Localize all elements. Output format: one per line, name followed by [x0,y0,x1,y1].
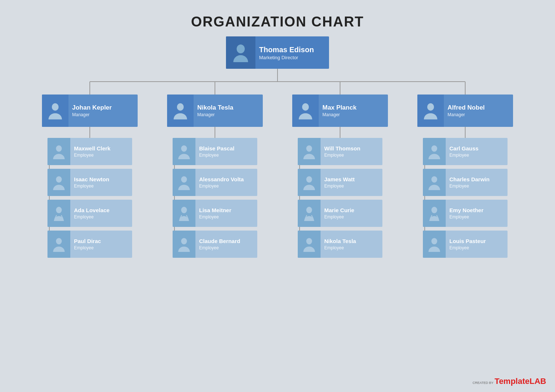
employee-node[interactable]: Ada Lovelace Employee [47,200,132,227]
employee-role: Employee [199,245,240,250]
employee-name: Carl Gauss [449,145,478,152]
svg-point-53 [306,238,312,244]
manager-col-0: Johan Kepler Manager Maxwell Clerk Emplo… [27,95,152,258]
employee-role: Employee [199,153,234,158]
svg-point-57 [431,207,437,213]
svg-point-49 [302,103,309,111]
employee-node[interactable]: Lisa Meitner Employee [173,200,257,227]
employee-role: Employee [449,153,478,158]
manager-name: Nikola Tesla [197,104,233,111]
manager-col-1: Nikola Tesla Manager Blaise Pascal Emplo… [152,95,278,258]
employee-role: Employee [74,214,110,220]
employee-avatar [47,231,70,258]
employee-name: Louis Pasteur [449,238,486,245]
employee-name: Maxwell Clerk [74,145,110,152]
employee-avatar [47,169,70,196]
employee-role: Employee [324,214,354,220]
employee-name: Marie Curie [324,207,354,214]
svg-point-51 [306,176,312,182]
employee-node[interactable]: Maxwell Clerk Employee [47,138,132,165]
employee-name: Claude Bernard [199,238,240,245]
employee-node[interactable]: Carl Gauss Employee [423,138,508,165]
employee-role: Employee [199,214,231,220]
employee-node[interactable]: Claude Bernard Employee [173,231,257,258]
employee-avatar [423,231,446,258]
employee-role: Employee [449,245,486,250]
employee-name: Blaise Pascal [199,145,234,152]
manager-col-3: Alfred Nobel Manager Carl Gauss Employee… [403,95,528,258]
svg-point-54 [427,103,434,111]
svg-point-43 [56,238,62,244]
employee-name: Lisa Meitner [199,207,231,214]
svg-point-41 [56,176,62,182]
employee-name: Nikola Tesla [324,238,356,245]
manager-name: Alfred Nobel [448,104,485,111]
employee-avatar [47,138,70,165]
manager-role: Manager [322,112,357,117]
chart-title: ORGANIZATION CHART [191,0,364,36]
employee-name: Paul Dirac [74,238,101,245]
employee-list-0: Maxwell Clerk Employee Isaac Newton Empl… [47,138,132,258]
employee-avatar [173,231,195,258]
employee-node[interactable]: Marie Curie Employee [298,200,382,227]
top-role: Marketing Director [259,55,314,60]
employee-list-3: Carl Gauss Employee Charles Darwin Emplo… [423,138,508,258]
employee-node[interactable]: Isaac Newton Employee [47,169,132,196]
svg-point-46 [181,176,187,182]
employee-avatar [173,169,195,196]
employee-node[interactable]: Paul Dirac Employee [47,231,132,258]
svg-point-50 [306,145,312,152]
employee-avatar [173,200,195,227]
employee-node[interactable]: Will Thomson Employee [298,138,382,165]
watermark: CREATED BY TemplateLAB [473,377,546,386]
watermark-brand: TemplateLAB [495,377,546,386]
manager-avatar [167,95,194,127]
svg-point-56 [431,176,437,182]
employee-avatar [173,138,195,165]
manager-role: Manager [197,112,233,117]
svg-point-44 [177,103,184,111]
svg-point-45 [181,145,187,152]
employee-avatar [47,200,70,227]
employee-node[interactable]: Alessandro Volta Employee [173,169,257,196]
employee-avatar [298,231,321,258]
employee-node[interactable]: James Watt Employee [298,169,382,196]
employee-role: Employee [74,153,110,158]
manager-name: Johan Kepler [72,104,112,111]
employee-role: Employee [449,214,484,220]
manager-node[interactable]: Alfred Nobel Manager [417,95,513,127]
employee-role: Employee [324,153,360,158]
employee-name: Isaac Newton [74,176,109,183]
employee-avatar [423,169,446,196]
employee-node[interactable]: Louis Pasteur Employee [423,231,508,258]
top-avatar [226,36,255,69]
svg-point-48 [181,238,187,244]
manager-node[interactable]: Nikola Tesla Manager [167,95,263,127]
svg-point-40 [56,145,62,152]
svg-point-52 [306,207,312,213]
manager-avatar [42,95,68,127]
employee-name: Alessandro Volta [199,176,244,183]
manager-node[interactable]: Max Planck Manager [292,95,388,127]
manager-node[interactable]: Johan Kepler Manager [42,95,138,127]
employee-node[interactable]: Blaise Pascal Employee [173,138,257,165]
employee-list-1: Blaise Pascal Employee Alessandro Volta … [173,138,257,258]
employee-node[interactable]: Nikola Tesla Employee [298,231,382,258]
employee-name: Charles Darwin [449,176,489,183]
employee-name: Will Thomson [324,145,360,152]
employee-role: Employee [199,183,244,189]
employee-avatar [298,138,321,165]
employee-node[interactable]: Charles Darwin Employee [423,169,508,196]
manager-col-2: Max Planck Manager Will Thomson Employee… [278,95,403,258]
employee-node[interactable]: Emy Noether Employee [423,200,508,227]
employee-list-2: Will Thomson Employee James Watt Employe… [298,138,382,258]
watermark-created-by: CREATED BY [473,381,494,385]
svg-point-42 [56,207,62,213]
svg-point-55 [431,145,437,152]
manager-avatar [417,95,444,127]
employee-name: Emy Noether [449,207,484,214]
employee-name: Ada Lovelace [74,207,110,214]
top-name: Thomas Edison [259,45,314,54]
svg-point-39 [52,103,59,111]
top-node[interactable]: Thomas Edison Marketing Director [226,36,329,69]
